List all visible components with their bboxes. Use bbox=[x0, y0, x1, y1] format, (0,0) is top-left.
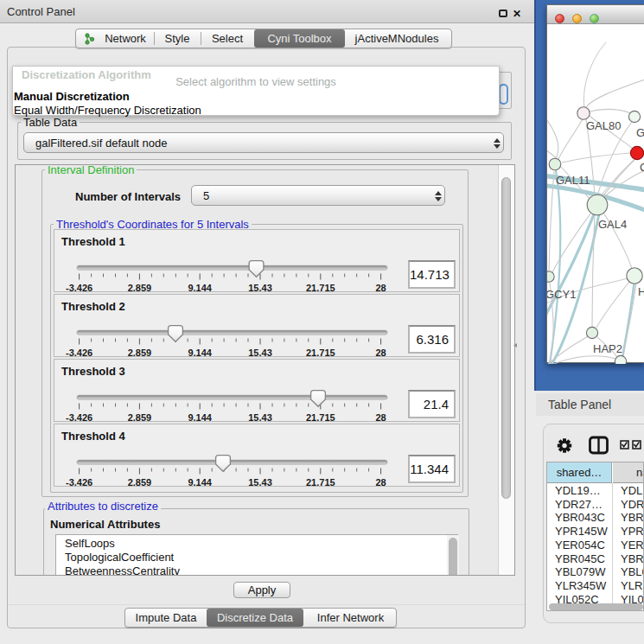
svg-text:C: C bbox=[640, 161, 644, 174]
svg-text:GAL80: GAL80 bbox=[586, 119, 621, 132]
svg-text:-3.426: -3.426 bbox=[66, 283, 92, 293]
svg-text:15.43: 15.43 bbox=[248, 283, 272, 293]
svg-text:2.859: 2.859 bbox=[128, 283, 152, 293]
svg-text:GA: GA bbox=[636, 126, 644, 139]
svg-text:28: 28 bbox=[375, 477, 386, 488]
svg-text:15.43: 15.43 bbox=[248, 477, 272, 488]
svg-text:9.144: 9.144 bbox=[188, 477, 212, 488]
svg-text:-3.426: -3.426 bbox=[66, 348, 92, 358]
svg-text:9.144: 9.144 bbox=[188, 283, 212, 293]
svg-text:2.859: 2.859 bbox=[128, 348, 152, 358]
svg-text:9.144: 9.144 bbox=[188, 348, 212, 358]
svg-text:2.859: 2.859 bbox=[128, 412, 152, 423]
svg-text:HAP2: HAP2 bbox=[593, 342, 622, 355]
svg-text:15.43: 15.43 bbox=[248, 412, 272, 423]
svg-text:21.715: 21.715 bbox=[306, 348, 335, 358]
svg-text:HA: HA bbox=[638, 285, 644, 298]
svg-text:GCY1: GCY1 bbox=[547, 288, 576, 301]
svg-text:2.859: 2.859 bbox=[128, 477, 152, 488]
svg-text:21.715: 21.715 bbox=[306, 283, 335, 293]
svg-text:28: 28 bbox=[375, 412, 386, 423]
svg-text:9.144: 9.144 bbox=[188, 412, 212, 423]
svg-text:21.715: 21.715 bbox=[306, 412, 335, 423]
svg-text:-3.426: -3.426 bbox=[66, 477, 92, 488]
svg-text:-3.426: -3.426 bbox=[66, 412, 92, 423]
svg-text:28: 28 bbox=[375, 283, 386, 293]
svg-text:28: 28 bbox=[375, 348, 386, 358]
svg-text:GAL4: GAL4 bbox=[598, 218, 627, 231]
svg-text:15.43: 15.43 bbox=[248, 348, 272, 358]
svg-text:GAL11: GAL11 bbox=[556, 174, 590, 187]
svg-text:21.715: 21.715 bbox=[306, 477, 335, 488]
